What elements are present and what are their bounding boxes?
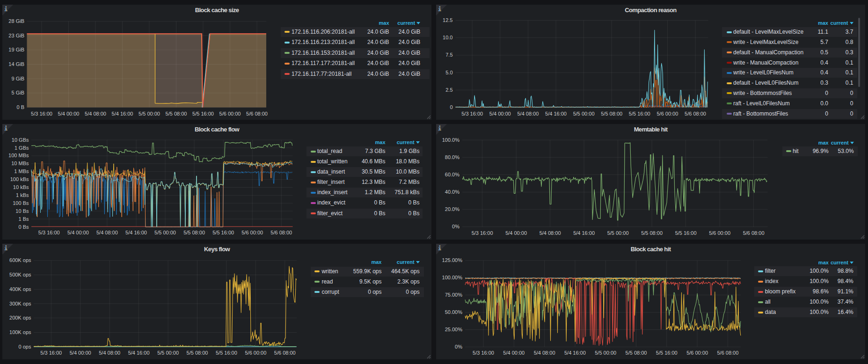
svg-text:125.00%: 125.00%: [442, 257, 463, 263]
svg-text:5/5 16:00: 5/5 16:00: [656, 350, 678, 356]
svg-text:5/4 16:00: 5/4 16:00: [545, 111, 567, 116]
svg-text:5/4 08:00: 5/4 08:00: [517, 111, 539, 116]
svg-text:5/5 16:00: 5/5 16:00: [675, 230, 697, 236]
svg-text:5/4 08:00: 5/4 08:00: [540, 230, 561, 236]
svg-text:5/5 00:00: 5/5 00:00: [154, 230, 176, 235]
svg-text:5/4 16:00: 5/4 16:00: [573, 230, 595, 236]
svg-text:5/6 08:00: 5/6 08:00: [685, 111, 706, 116]
svg-text:5/6 08:00: 5/6 08:00: [270, 230, 292, 235]
svg-text:5/5 16:00: 5/5 16:00: [192, 111, 214, 116]
svg-text:5/5 00:00: 5/5 00:00: [595, 350, 616, 356]
svg-text:5/4 00:00: 5/4 00:00: [67, 230, 89, 235]
svg-text:400K ops: 400K ops: [9, 286, 31, 292]
svg-text:600K ops: 600K ops: [9, 257, 31, 263]
svg-text:100 kBs: 100 kBs: [10, 176, 29, 182]
svg-text:500K ops: 500K ops: [9, 272, 31, 277]
svg-text:5/6 08:00: 5/6 08:00: [274, 350, 296, 356]
svg-text:10 kBs: 10 kBs: [13, 184, 29, 190]
svg-text:5/4 08:00: 5/4 08:00: [96, 230, 118, 235]
svg-text:9 GiB: 9 GiB: [11, 76, 24, 81]
svg-text:5/4 16:00: 5/4 16:00: [564, 350, 586, 356]
svg-text:300K ops: 300K ops: [9, 301, 31, 306]
svg-text:50.00%: 50.00%: [445, 309, 463, 315]
svg-text:5 GiB: 5 GiB: [11, 90, 24, 95]
svg-text:12.5: 12.5: [443, 17, 452, 23]
svg-text:200K ops: 200K ops: [9, 315, 31, 320]
svg-text:100K ops: 100K ops: [9, 329, 31, 335]
svg-text:60.0%: 60.0%: [445, 172, 460, 177]
svg-text:0%: 0%: [455, 344, 462, 349]
svg-text:5/5 16:00: 5/5 16:00: [212, 230, 234, 235]
svg-text:5/6 08:00: 5/6 08:00: [246, 111, 268, 116]
svg-text:75.00%: 75.00%: [445, 292, 463, 298]
svg-text:100 Bs: 100 Bs: [13, 200, 29, 206]
svg-text:5/5 08:00: 5/5 08:00: [187, 350, 208, 356]
svg-text:5/6 00:00: 5/6 00:00: [245, 350, 266, 356]
svg-text:5/4 00:00: 5/4 00:00: [489, 111, 511, 116]
svg-text:1 GBs: 1 GBs: [15, 145, 29, 151]
svg-text:2.5: 2.5: [445, 87, 452, 93]
svg-text:5/4 16:00: 5/4 16:00: [128, 350, 150, 356]
svg-text:100.00%: 100.00%: [442, 275, 463, 280]
svg-text:5/6 00:00: 5/6 00:00: [709, 230, 730, 236]
svg-text:1 kBs: 1 kBs: [16, 192, 29, 198]
svg-text:5/6 08:00: 5/6 08:00: [743, 230, 765, 236]
svg-text:5/5 08:00: 5/5 08:00: [601, 111, 622, 116]
svg-text:5/4 08:00: 5/4 08:00: [85, 111, 106, 116]
svg-text:5/4 16:00: 5/4 16:00: [112, 111, 133, 116]
svg-text:5/3 16:00: 5/3 16:00: [473, 350, 494, 356]
svg-text:5/5 16:00: 5/5 16:00: [216, 350, 237, 356]
svg-text:0 B: 0 B: [16, 104, 24, 110]
svg-text:5/5 08:00: 5/5 08:00: [166, 111, 187, 116]
svg-text:0%: 0%: [452, 224, 460, 229]
svg-text:5/3 16:00: 5/3 16:00: [40, 350, 62, 356]
svg-text:5/5 08:00: 5/5 08:00: [626, 350, 647, 356]
svg-text:10 MBs: 10 MBs: [11, 160, 29, 166]
svg-text:100.0%: 100.0%: [442, 137, 460, 143]
svg-text:5/3 16:00: 5/3 16:00: [472, 230, 493, 236]
svg-text:5/5 00:00: 5/5 00:00: [607, 230, 629, 236]
svg-text:100 MBs: 100 MBs: [8, 153, 29, 158]
svg-text:5/6 00:00: 5/6 00:00: [656, 111, 678, 116]
svg-text:80.0%: 80.0%: [445, 154, 460, 160]
svg-text:5/6 00:00: 5/6 00:00: [686, 350, 708, 356]
svg-text:10.0: 10.0: [443, 35, 452, 40]
svg-text:5/5 00:00: 5/5 00:00: [157, 350, 179, 356]
svg-text:10 Bs: 10 Bs: [15, 208, 29, 214]
svg-text:5/5 08:00: 5/5 08:00: [641, 230, 663, 236]
svg-text:5/4 00:00: 5/4 00:00: [503, 350, 525, 356]
svg-text:5/3 16:00: 5/3 16:00: [38, 230, 60, 235]
svg-text:5/4 08:00: 5/4 08:00: [99, 350, 120, 356]
svg-text:10 GBs: 10 GBs: [12, 137, 29, 143]
svg-text:19 GiB: 19 GiB: [8, 47, 24, 52]
svg-text:5/6 00:00: 5/6 00:00: [241, 230, 263, 235]
svg-text:14 GiB: 14 GiB: [8, 61, 24, 67]
svg-text:0 ops: 0 ops: [19, 344, 31, 349]
svg-text:0: 0: [450, 104, 452, 110]
svg-text:40.0%: 40.0%: [445, 189, 460, 195]
svg-text:0 Bs: 0 Bs: [18, 224, 29, 230]
svg-text:5/5 00:00: 5/5 00:00: [573, 111, 595, 116]
svg-text:1 MBs: 1 MBs: [14, 168, 29, 174]
svg-text:5/6 08:00: 5/6 08:00: [717, 350, 738, 356]
svg-text:20.0%: 20.0%: [445, 206, 460, 212]
svg-text:28 GiB: 28 GiB: [8, 18, 24, 24]
svg-text:1 Bs: 1 Bs: [18, 216, 29, 222]
svg-text:5/4 16:00: 5/4 16:00: [125, 230, 147, 235]
svg-text:5/6 00:00: 5/6 00:00: [219, 111, 241, 116]
svg-text:5/4 00:00: 5/4 00:00: [58, 111, 80, 116]
svg-text:23 GiB: 23 GiB: [8, 33, 24, 38]
svg-text:5/5 08:00: 5/5 08:00: [183, 230, 205, 235]
svg-text:7.5: 7.5: [445, 52, 452, 58]
svg-text:5/4 00:00: 5/4 00:00: [70, 350, 91, 356]
svg-text:5/4 00:00: 5/4 00:00: [505, 230, 527, 236]
svg-text:5/3 16:00: 5/3 16:00: [461, 111, 483, 116]
svg-text:5/3 16:00: 5/3 16:00: [31, 111, 52, 116]
svg-text:5/4 08:00: 5/4 08:00: [534, 350, 555, 356]
svg-text:5/5 16:00: 5/5 16:00: [629, 111, 650, 116]
svg-text:5/5 00:00: 5/5 00:00: [139, 111, 160, 116]
svg-text:25.00%: 25.00%: [445, 327, 463, 332]
svg-text:5.0: 5.0: [445, 70, 452, 75]
